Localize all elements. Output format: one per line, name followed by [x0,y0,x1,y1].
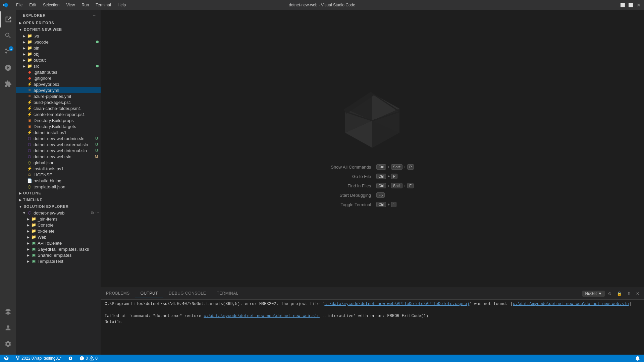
file-item-msbuild-binlog[interactable]: ▶ 📄 msbuild.binlog [16,178,101,184]
section-solution-explorer[interactable]: ▼ Solution Explorer [16,203,101,210]
file-item-gitattributes[interactable]: ▶ ◆ .gitattributes [16,69,101,75]
dropdown-value: NuGet [585,291,597,296]
key-plus: + [387,165,389,169]
menu-selection[interactable]: Selection [40,2,62,8]
file-item-template-all-json[interactable]: ▶ {} template-all.json [16,184,101,190]
tab-debug-console[interactable]: DEBUG CONSOLE [163,289,211,298]
file-item-appveyor-yml[interactable]: ▶ ≡ appveyor.yml [16,87,101,93]
close-button[interactable]: ✕ [636,2,641,8]
titlebar-menu: File Edit Selection View Run Terminal He… [13,2,128,8]
section-open-editors[interactable]: ▶ Open Editors [16,19,101,26]
file-item-vscode[interactable]: ▶ 📁 .vscode [16,39,101,45]
output-link-sln[interactable]: c:\data\mycode\dotnet-new-web\dotnet-new… [513,302,629,306]
file-item-dotnet-install[interactable]: ▶ ⚡ dotnet-install.ps1 [16,129,101,135]
file-item-license[interactable]: ▶ ⚖ LICENSE [16,172,101,178]
section-explorer[interactable]: ▼ DOTNET-NEW-WEB [16,26,101,33]
editor-welcome-area: Show All Commands Ctrl + Shift + P Go to… [101,10,644,288]
menu-file[interactable]: File [13,2,25,8]
menu-view[interactable]: View [63,2,77,8]
tab-terminal[interactable]: TERMINAL [211,289,244,298]
sol-item-templatetest[interactable]: ▶ ▣ TemplateTest [16,258,101,264]
file-item-clean-cache[interactable]: ▶ ⚡ clean-cache-folder.psm1 [16,105,101,111]
file-item-directory-build-targets[interactable]: ▶ ▣ Directory.Build.targets [16,123,101,129]
chevron-down-icon: ▼ [598,291,602,296]
sol-item-sayedha[interactable]: ▶ ▣ SayedHa.Templates.Tasks [16,246,101,252]
file-item-obj[interactable]: ▶ 📁 obj [16,51,101,57]
sol-item-web[interactable]: ▶ 📁 Web [16,234,101,240]
sln-icon: ⬡ [27,148,32,153]
sidebar-title: Explorer [23,13,46,17]
cmd-keys-find-files: Ctrl + Shift + F [376,183,414,188]
sol-item-apitodelete[interactable]: ▶ ▣ APIToDelete [16,240,101,246]
sol-action-icon[interactable]: ⋯ [95,210,99,215]
minimize-button[interactable]: ⬜ [620,2,625,8]
sol-item-to-delete[interactable]: ▶ 📁 to-delete [16,228,101,234]
sidebar-more-icon[interactable]: ··· [93,13,97,18]
activity-account[interactable] [0,320,16,336]
sol-item-root[interactable]: ▼ ⬡ dotnet-new-web ⧉ ⋯ [16,210,101,216]
file-item-gitignore[interactable]: ▶ ◆ .gitignore [16,75,101,81]
statusbar-errors[interactable]: 0 0 [78,356,99,361]
sol-item-sln-items[interactable]: ▶ 📁 _sln-items [16,216,101,222]
tab-problems[interactable]: PROBLEMS [101,289,135,298]
file-name: template-all.json [34,184,101,189]
sol-item-console[interactable]: ▶ 📁 Console [16,222,101,228]
panel-close-button[interactable]: ✕ [634,291,641,297]
menu-edit[interactable]: Edit [26,2,39,8]
file-name: msbuild.binlog [34,178,101,183]
menu-run[interactable]: Run [79,2,92,8]
file-item-src[interactable]: ▶ 📁 src [16,63,101,69]
file-name: dotnet-new-web.external.sln [34,142,94,147]
menu-terminal[interactable]: Terminal [93,2,113,8]
activity-extensions[interactable] [0,76,16,92]
folder-icon: 📁 [27,51,32,57]
sol-item-sharedtemplates[interactable]: ▶ ▣ SharedTemplates [16,252,101,258]
file-item-sln[interactable]: ▶ ⬡ dotnet-new-web.sln M [16,154,101,160]
statusbar-bell[interactable] [634,356,641,361]
file-name: dotnet-new-web.internal.sln [34,148,94,153]
output-link-sln2[interactable]: c:\data\mycode\dotnet-new-web\dotnet-new… [204,314,320,318]
activity-explorer[interactable] [0,11,16,27]
file-item-create-template[interactable]: ▶ ⚡ create-template-report.ps1 [16,111,101,117]
file-item-bin[interactable]: ▶ 📁 bin [16,45,101,51]
statusbar-sync[interactable] [67,356,74,361]
activity-remote[interactable] [0,304,16,320]
file-item-global-json[interactable]: ▶ {} global.json [16,160,101,166]
sol-copy-icon[interactable]: ⧉ [91,210,94,215]
output-link-csproj[interactable]: c:\data\mycode\dotnet-new-web\APIToDelet… [324,302,469,306]
key-plus: + [404,184,406,188]
file-item-directory-build-props[interactable]: ▶ ▣ Directory.Build.props [16,117,101,123]
output-channel-dropdown[interactable]: NuGet ▼ [582,291,605,297]
maximize-button[interactable]: ⬜ [628,2,633,8]
file-name: azure-pipelines.yml [34,94,101,99]
sol-name: to-delete [38,229,101,234]
statusbar-branch[interactable]: 2022.07/api.testing01* [14,356,63,361]
output-line-2: Failed at 'command: "dotnet.exe" restore… [105,313,640,319]
file-item-output[interactable]: ▶ 📁 output [16,57,101,63]
statusbar-remote[interactable] [3,356,10,361]
file-name: .gitattributes [34,70,101,75]
file-name: Directory.Build.props [34,118,101,123]
sidebar-actions: ··· [93,13,97,18]
panel-maximize-button[interactable]: ⬆ [625,291,633,297]
file-item-internal-sln[interactable]: ▶ ⬡ dotnet-new-web.internal.sln U [16,147,101,154]
file-item-vs[interactable]: ▶ 📁 .vs [16,33,101,39]
panel-lock-button[interactable]: 🔒 [615,291,624,297]
section-outline[interactable]: ▶ Outline [16,190,101,196]
menu-help[interactable]: Help [115,2,129,8]
activity-settings[interactable] [0,336,16,352]
file-item-admin-sln[interactable]: ▶ ⬡ dotnet-new-web.admin.sln U [16,135,101,141]
editor-panel-area: Show All Commands Ctrl + Shift + P Go to… [101,10,644,355]
branch-name: 2022.07/api.testing01* [21,356,61,361]
file-item-external-sln[interactable]: ▶ ⬡ dotnet-new-web.external.sln U [16,141,101,147]
activity-run[interactable] [0,60,16,76]
activity-search[interactable] [0,27,16,44]
file-item-build-packages[interactable]: ▶ ⚡ build-packages.ps1 [16,99,101,105]
activity-scm[interactable]: 1 [0,44,16,60]
panel-clear-button[interactable]: ⊘ [606,291,613,297]
file-item-azure-pipelines[interactable]: ▶ ≡ azure-pipelines.yml [16,93,101,99]
file-item-install-tools[interactable]: ▶ ⚡ install-tools.ps1 [16,166,101,172]
file-item-appveyor-ps1[interactable]: ▶ ⚡ appveyor.ps1 [16,81,101,87]
tab-output[interactable]: OUTPUT [135,289,163,298]
section-timeline[interactable]: ▶ Timeline [16,196,101,203]
